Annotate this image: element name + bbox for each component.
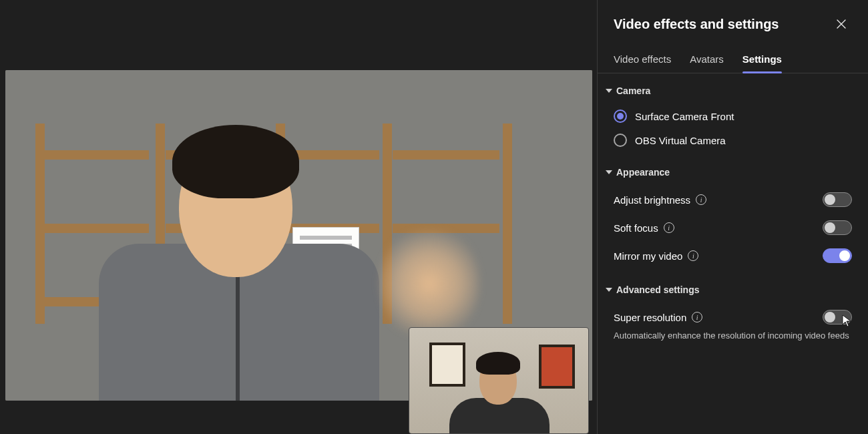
panel-body: Camera Surface Camera Front OBS Virtual … [598, 73, 868, 434]
setting-adjust-brightness: Adjust brightness i [606, 186, 852, 214]
section-appearance: Appearance Adjust brightness i Soft focu… [606, 167, 852, 270]
section-camera-title: Camera [616, 85, 650, 96]
tab-video-effects[interactable]: Video effects [614, 49, 671, 73]
tab-avatars[interactable]: Avatars [690, 49, 724, 73]
setting-label: Adjust brightness [614, 194, 690, 206]
video-stage [0, 0, 597, 434]
panel-title: Video effects and settings [614, 17, 779, 32]
camera-option-surface-front[interactable]: Surface Camera Front [606, 104, 852, 128]
info-icon[interactable]: i [664, 222, 674, 233]
toggle-super-resolution[interactable] [823, 310, 852, 324]
info-icon[interactable]: i [692, 312, 702, 322]
radio-selected-icon [614, 110, 627, 123]
setting-soft-focus: Soft focus i [606, 214, 852, 242]
section-appearance-header[interactable]: Appearance [606, 167, 852, 178]
section-advanced-header[interactable]: Advanced settings [606, 284, 852, 295]
camera-option-label: OBS Virtual Camera [635, 135, 726, 146]
chevron-down-icon [606, 170, 612, 174]
cursor-icon [842, 314, 851, 328]
setting-label: Mirror my video [614, 250, 682, 262]
close-panel-button[interactable] [831, 13, 852, 35]
camera-option-obs-virtual[interactable]: OBS Virtual Camera [606, 128, 852, 152]
toggle-soft-focus[interactable] [823, 220, 852, 235]
info-icon[interactable]: i [688, 250, 698, 261]
camera-option-label: Surface Camera Front [635, 111, 734, 122]
chevron-down-icon [606, 89, 612, 93]
setting-label: Super resolution [614, 312, 686, 323]
section-camera-header[interactable]: Camera [606, 85, 852, 96]
video-settings-panel: Video effects and settings Video effects… [597, 0, 868, 434]
close-icon [837, 19, 846, 29]
setting-super-resolution-description: Automatically enhance the resolution of … [606, 330, 852, 342]
radio-unselected-icon [614, 134, 627, 147]
toggle-mirror-my-video[interactable] [823, 248, 852, 263]
panel-tabs: Video effects Avatars Settings [598, 44, 868, 73]
toggle-adjust-brightness[interactable] [823, 192, 852, 207]
section-appearance-title: Appearance [616, 167, 670, 178]
section-advanced-settings: Advanced settings Super resolution i Aut… [606, 284, 852, 342]
setting-super-resolution: Super resolution i [606, 303, 852, 331]
app-root: Video effects and settings Video effects… [0, 0, 868, 434]
section-camera: Camera Surface Camera Front OBS Virtual … [606, 85, 852, 152]
info-icon[interactable]: i [696, 194, 706, 205]
chevron-down-icon [606, 288, 612, 292]
setting-label: Soft focus [614, 222, 658, 234]
tab-settings[interactable]: Settings [742, 49, 782, 73]
section-advanced-title: Advanced settings [616, 284, 699, 295]
self-preview-video[interactable] [409, 327, 589, 434]
main-participant-person [99, 137, 379, 401]
setting-mirror-my-video: Mirror my video i [606, 242, 852, 270]
